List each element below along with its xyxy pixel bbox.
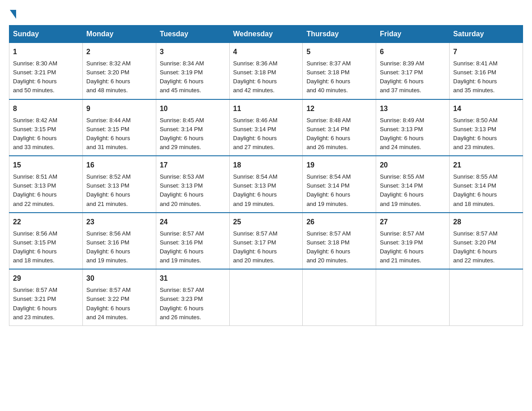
logo	[9, 9, 16, 16]
calendar-cell: 7Sunrise: 8:41 AMSunset: 3:16 PMDaylight…	[450, 43, 523, 99]
day-info: Sunrise: 8:54 AMSunset: 3:13 PMDaylight:…	[233, 172, 299, 209]
day-info: Sunrise: 8:51 AMSunset: 3:13 PMDaylight:…	[13, 172, 79, 209]
day-info: Sunrise: 8:46 AMSunset: 3:14 PMDaylight:…	[233, 116, 299, 152]
day-info: Sunrise: 8:57 AMSunset: 3:17 PMDaylight:…	[233, 229, 299, 265]
column-header-tuesday: Tuesday	[156, 26, 229, 43]
day-number: 22	[13, 217, 79, 227]
calendar-cell: 14Sunrise: 8:50 AMSunset: 3:13 PMDayligh…	[450, 99, 523, 156]
day-info: Sunrise: 8:41 AMSunset: 3:16 PMDaylight:…	[453, 59, 519, 95]
day-number: 28	[453, 217, 519, 227]
calendar-cell: 15Sunrise: 8:51 AMSunset: 3:13 PMDayligh…	[9, 156, 83, 213]
day-number: 13	[380, 103, 446, 114]
calendar-cell: 22Sunrise: 8:56 AMSunset: 3:15 PMDayligh…	[9, 213, 83, 270]
calendar-cell	[376, 269, 450, 325]
day-number: 14	[453, 103, 519, 114]
day-info: Sunrise: 8:56 AMSunset: 3:16 PMDaylight:…	[86, 229, 152, 265]
calendar-cell: 27Sunrise: 8:57 AMSunset: 3:19 PMDayligh…	[376, 213, 450, 270]
calendar-week-row: 1Sunrise: 8:30 AMSunset: 3:21 PMDaylight…	[9, 43, 523, 99]
calendar-cell: 10Sunrise: 8:45 AMSunset: 3:14 PMDayligh…	[156, 99, 229, 156]
day-info: Sunrise: 8:53 AMSunset: 3:13 PMDaylight:…	[160, 172, 226, 209]
day-number: 27	[380, 217, 446, 227]
day-info: Sunrise: 8:30 AMSunset: 3:21 PMDaylight:…	[13, 59, 79, 95]
calendar-cell: 6Sunrise: 8:39 AMSunset: 3:17 PMDaylight…	[376, 43, 450, 99]
calendar-cell: 30Sunrise: 8:57 AMSunset: 3:22 PMDayligh…	[82, 269, 156, 325]
day-number: 15	[13, 160, 79, 171]
calendar-cell	[450, 269, 523, 325]
day-number: 1	[13, 47, 79, 57]
calendar-cell: 19Sunrise: 8:54 AMSunset: 3:14 PMDayligh…	[303, 156, 376, 213]
column-header-sunday: Sunday	[9, 26, 83, 43]
calendar-cell: 11Sunrise: 8:46 AMSunset: 3:14 PMDayligh…	[229, 99, 303, 156]
day-number: 2	[86, 47, 152, 57]
calendar-cell	[229, 269, 303, 325]
day-number: 19	[306, 160, 372, 171]
day-number: 12	[306, 103, 372, 114]
day-info: Sunrise: 8:39 AMSunset: 3:17 PMDaylight:…	[380, 59, 446, 95]
day-number: 24	[160, 217, 226, 227]
calendar-week-row: 8Sunrise: 8:42 AMSunset: 3:15 PMDaylight…	[9, 99, 523, 156]
calendar-week-row: 15Sunrise: 8:51 AMSunset: 3:13 PMDayligh…	[9, 156, 523, 213]
column-header-wednesday: Wednesday	[229, 26, 303, 43]
calendar-cell	[303, 269, 376, 325]
page-header	[9, 9, 523, 16]
day-number: 6	[380, 47, 446, 57]
calendar-cell: 4Sunrise: 8:36 AMSunset: 3:18 PMDaylight…	[229, 43, 303, 99]
calendar-cell: 8Sunrise: 8:42 AMSunset: 3:15 PMDaylight…	[9, 99, 83, 156]
calendar-cell: 3Sunrise: 8:34 AMSunset: 3:19 PMDaylight…	[156, 43, 229, 99]
calendar-cell: 9Sunrise: 8:44 AMSunset: 3:15 PMDaylight…	[82, 99, 156, 156]
calendar-cell: 21Sunrise: 8:55 AMSunset: 3:14 PMDayligh…	[450, 156, 523, 213]
calendar-week-row: 22Sunrise: 8:56 AMSunset: 3:15 PMDayligh…	[9, 213, 523, 270]
calendar-cell: 2Sunrise: 8:32 AMSunset: 3:20 PMDaylight…	[82, 43, 156, 99]
day-info: Sunrise: 8:55 AMSunset: 3:14 PMDaylight:…	[453, 172, 519, 209]
day-number: 9	[86, 103, 152, 114]
day-info: Sunrise: 8:55 AMSunset: 3:14 PMDaylight:…	[380, 172, 446, 209]
day-number: 21	[453, 160, 519, 171]
day-number: 10	[160, 103, 226, 114]
day-info: Sunrise: 8:57 AMSunset: 3:18 PMDaylight:…	[306, 229, 372, 265]
day-info: Sunrise: 8:56 AMSunset: 3:15 PMDaylight:…	[13, 229, 79, 265]
calendar-cell: 18Sunrise: 8:54 AMSunset: 3:13 PMDayligh…	[229, 156, 303, 213]
column-header-saturday: Saturday	[450, 26, 523, 43]
day-info: Sunrise: 8:32 AMSunset: 3:20 PMDaylight:…	[86, 59, 152, 95]
day-number: 17	[160, 160, 226, 171]
calendar-cell: 26Sunrise: 8:57 AMSunset: 3:18 PMDayligh…	[303, 213, 376, 270]
calendar-cell: 23Sunrise: 8:56 AMSunset: 3:16 PMDayligh…	[82, 213, 156, 270]
day-info: Sunrise: 8:44 AMSunset: 3:15 PMDaylight:…	[86, 116, 152, 152]
calendar-week-row: 29Sunrise: 8:57 AMSunset: 3:21 PMDayligh…	[9, 269, 523, 325]
calendar-cell: 5Sunrise: 8:37 AMSunset: 3:18 PMDaylight…	[303, 43, 376, 99]
calendar-cell: 24Sunrise: 8:57 AMSunset: 3:16 PMDayligh…	[156, 213, 229, 270]
day-number: 11	[233, 103, 299, 114]
calendar-table: SundayMondayTuesdayWednesdayThursdayFrid…	[9, 25, 523, 326]
day-number: 7	[453, 47, 519, 57]
calendar-header-row: SundayMondayTuesdayWednesdayThursdayFrid…	[9, 26, 523, 43]
day-number: 18	[233, 160, 299, 171]
day-info: Sunrise: 8:34 AMSunset: 3:19 PMDaylight:…	[160, 59, 226, 95]
calendar-cell: 17Sunrise: 8:53 AMSunset: 3:13 PMDayligh…	[156, 156, 229, 213]
calendar-cell: 20Sunrise: 8:55 AMSunset: 3:14 PMDayligh…	[376, 156, 450, 213]
calendar-cell: 29Sunrise: 8:57 AMSunset: 3:21 PMDayligh…	[9, 269, 83, 325]
day-info: Sunrise: 8:57 AMSunset: 3:22 PMDaylight:…	[86, 286, 152, 322]
calendar-cell: 28Sunrise: 8:57 AMSunset: 3:20 PMDayligh…	[450, 213, 523, 270]
day-info: Sunrise: 8:52 AMSunset: 3:13 PMDaylight:…	[86, 172, 152, 209]
day-info: Sunrise: 8:42 AMSunset: 3:15 PMDaylight:…	[13, 116, 79, 152]
day-number: 16	[86, 160, 152, 171]
day-info: Sunrise: 8:57 AMSunset: 3:23 PMDaylight:…	[160, 286, 226, 322]
column-header-friday: Friday	[376, 26, 450, 43]
day-info: Sunrise: 8:48 AMSunset: 3:14 PMDaylight:…	[306, 116, 372, 152]
calendar-cell: 16Sunrise: 8:52 AMSunset: 3:13 PMDayligh…	[82, 156, 156, 213]
column-header-thursday: Thursday	[303, 26, 376, 43]
day-number: 25	[233, 217, 299, 227]
day-number: 3	[160, 47, 226, 57]
calendar-cell: 25Sunrise: 8:57 AMSunset: 3:17 PMDayligh…	[229, 213, 303, 270]
day-number: 31	[160, 273, 226, 284]
calendar-cell: 12Sunrise: 8:48 AMSunset: 3:14 PMDayligh…	[303, 99, 376, 156]
day-number: 26	[306, 217, 372, 227]
day-info: Sunrise: 8:57 AMSunset: 3:20 PMDaylight:…	[453, 229, 519, 265]
day-info: Sunrise: 8:57 AMSunset: 3:19 PMDaylight:…	[380, 229, 446, 265]
day-number: 8	[13, 103, 79, 114]
calendar-cell: 13Sunrise: 8:49 AMSunset: 3:13 PMDayligh…	[376, 99, 450, 156]
day-number: 20	[380, 160, 446, 171]
day-number: 29	[13, 273, 79, 284]
day-number: 5	[306, 47, 372, 57]
column-header-monday: Monday	[82, 26, 156, 43]
